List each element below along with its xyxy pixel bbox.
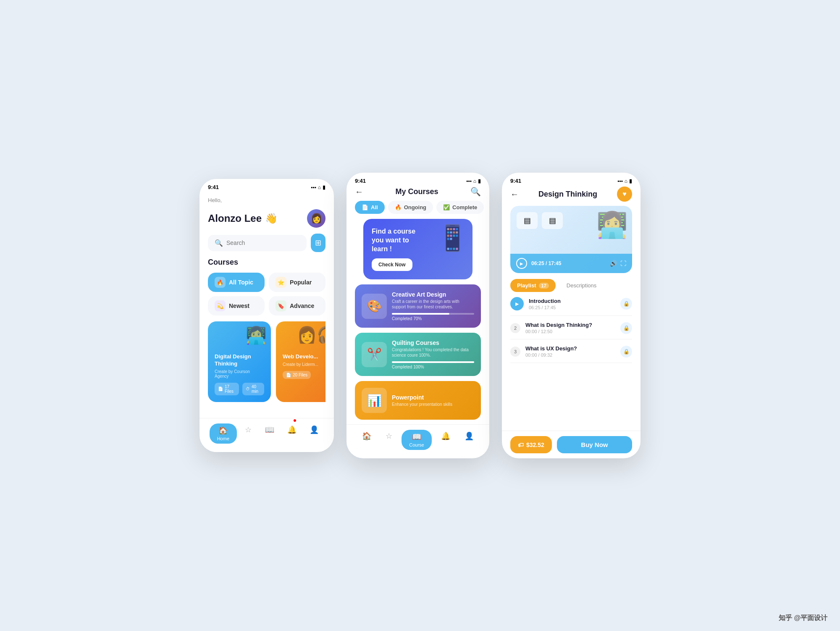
progress-label-1: Completed 70% [392, 316, 474, 321]
phone-course-detail: 9:41 ▪▪▪ ⌂ ▮ ← Design Thinking ♥ 👩‍💻 ▤ ▤… [502, 173, 640, 458]
buy-now-button[interactable]: Buy Now [557, 436, 632, 453]
course-card-1[interactable]: 👩‍💻 Digital Design Thinking Create by Co… [208, 321, 271, 402]
playlist-item-2-info: What is Design Thinking? 00:00 / 12:50 [525, 322, 615, 334]
greeting-text: Hello, [208, 197, 326, 203]
star-nav-icon: ☆ [245, 425, 252, 434]
nav2-notifications[interactable]: 🔔 [436, 430, 455, 450]
playlist-item-2-time: 00:00 / 12:50 [525, 329, 615, 334]
filter-button[interactable]: ⊞ [311, 234, 326, 252]
nav2-courses[interactable]: 📖 Course [402, 430, 431, 450]
progress-fill-2 [392, 361, 474, 363]
check-now-button[interactable]: Check Now [372, 258, 412, 271]
play-button[interactable]: ▶ [516, 258, 527, 269]
tab-complete[interactable]: ✅ Complete [436, 201, 484, 214]
fire-icon: 🔥 [215, 277, 226, 288]
course2-title: Web Develo... [283, 353, 326, 360]
playlist-item-3[interactable]: 3 What is UX Design? 00:00 / 09:32 🔒 [510, 340, 632, 363]
tab-ongoing[interactable]: 🔥 Ongoing [388, 201, 433, 214]
course2-thumb: ✂️ [362, 342, 387, 367]
nav2-favorites[interactable]: ☆ [381, 430, 397, 450]
nav-profile[interactable]: 👤 [304, 423, 324, 444]
status-bar-3: 9:41 ▪▪▪ ⌂ ▮ [502, 173, 640, 187]
course1-meta: 📄17 Files ⏱40 min [215, 383, 264, 395]
status-icons-2: ▪▪▪ ⌂ ▮ [466, 178, 481, 184]
course3-desc: Enhance your presentation skills [392, 402, 474, 407]
video-controls: ▶ 06:25 / 17:45 🔊 ⛶ [510, 254, 632, 273]
nav2-profile[interactable]: 👤 [459, 430, 479, 450]
tag-popular[interactable]: ⭐ Popular [269, 273, 326, 292]
course2-subtitle: Create by Liderm... [283, 362, 326, 367]
bell-icon-2: 🔔 [441, 431, 450, 441]
tab-all[interactable]: 📄 All [355, 201, 385, 214]
course3-thumb: 📊 [362, 388, 387, 413]
video-card-2: ▤ [542, 212, 563, 229]
course-item-1[interactable]: 🎨 Creative Art Design Craft a career in … [355, 284, 481, 328]
status-icons-3: ▪▪▪ ⌂ ▮ [617, 178, 632, 184]
notification-dot [294, 419, 296, 422]
tags-grid: 🔥 All Topic ⭐ Popular 💫 Newest 🔖 Advance [208, 273, 326, 316]
price-button: 🏷 $32.52 [510, 436, 552, 453]
tag-advance[interactable]: 🔖 Advance [269, 296, 326, 316]
course-list: 🎨 Creative Art Design Craft a career in … [346, 284, 489, 420]
bottom-nav-2: 🏠 ☆ 📖 Course 🔔 👤 [346, 424, 489, 458]
avatar[interactable]: 👩 [307, 209, 326, 228]
playlist-item-1-info: Introduction 06:25 / 17:45 [529, 298, 615, 310]
course-card-2[interactable]: 👩‍🎧 Web Develo... Create by Liderm... 📄2… [276, 321, 326, 402]
nav-courses[interactable]: 📖 [260, 423, 279, 444]
battery-icon-3: ▮ [629, 178, 632, 184]
volume-icon[interactable]: 🔊 [610, 260, 617, 267]
progress-fill-1 [392, 313, 449, 315]
detail-tabs: Playlist 17 Descriptions [502, 279, 640, 292]
search-box[interactable]: 🔍 [208, 235, 307, 251]
course1-info: Creative Art Design Craft a career in th… [392, 291, 474, 321]
tab-playlist[interactable]: Playlist 17 [510, 279, 556, 292]
sliders-icon: ⊞ [315, 238, 321, 247]
course-item-3[interactable]: 📊 Powerpoint Enhance your presentation s… [355, 381, 481, 420]
playlist-item-1[interactable]: ▶ Introduction 06:25 / 17:45 🔒 [510, 292, 632, 316]
phone-home: 9:41 ▪▪▪ ⌂ ▮ Hello, Alonzo Lee 👋 👩 [200, 179, 334, 452]
tag-newest[interactable]: 💫 Newest [208, 296, 265, 316]
my-courses-header: ← My Courses 🔍 [346, 187, 489, 201]
nav-favorites[interactable]: ☆ [240, 423, 257, 444]
filter-tabs: 📄 All 🔥 Ongoing ✅ Complete [346, 201, 489, 214]
search-icon: 🔍 [215, 239, 223, 247]
tag-all-topic[interactable]: 🔥 All Topic [208, 273, 265, 292]
star-nav-icon-2: ☆ [386, 431, 392, 441]
course1-title: Digital Design Thinking [215, 353, 264, 368]
nav2-home[interactable]: 🏠 [357, 430, 376, 450]
fullscreen-icon[interactable]: ⛶ [620, 260, 626, 267]
ongoing-icon: 🔥 [395, 204, 402, 210]
duration-badge-1: ⏱40 min [242, 383, 264, 395]
playlist-item-2[interactable]: 2 What is Design Thinking? 00:00 / 12:50… [510, 317, 632, 339]
back-button-3[interactable]: ← [510, 189, 519, 199]
course-item-2[interactable]: ✂️ Quilting Courses Congratulations ! Yo… [355, 333, 481, 376]
course3-info: Powerpoint Enhance your presentation ski… [392, 394, 474, 407]
files-badge-1: 📄17 Files [215, 383, 239, 395]
bottom-nav-1: 🏠 Home ☆ 📖 🔔 👤 [200, 418, 334, 452]
course1-desc: Craft a career in the design arts with s… [392, 299, 474, 310]
nav-home[interactable]: 🏠 Home [210, 423, 237, 444]
wifi-icon-2: ⌂ [473, 178, 476, 184]
promo-inner: 📱 Find a course you want to learn ! Chec… [363, 219, 472, 279]
complete-icon: ✅ [443, 204, 450, 210]
status-bar-1: 9:41 ▪▪▪ ⌂ ▮ [200, 179, 334, 193]
nav-home-label: Home [217, 436, 229, 441]
price-value: $32.52 [526, 442, 544, 448]
nav-notifications[interactable]: 🔔 [282, 423, 302, 444]
course-cards-preview: 👩‍💻 Digital Design Thinking Create by Co… [208, 321, 326, 402]
video-card-1: ▤ [517, 212, 538, 229]
course-detail-title: Design Thinking [538, 190, 597, 199]
course2-name: Quilting Courses [392, 339, 474, 346]
progress-bar-2 [392, 361, 474, 363]
search-button-2[interactable]: 🔍 [470, 187, 481, 197]
back-button-2[interactable]: ← [355, 187, 363, 197]
course1-name: Creative Art Design [392, 291, 474, 298]
video-time: 06:25 / 17:45 [531, 260, 606, 266]
person-icon-2: 👤 [465, 431, 474, 441]
battery-icon-2: ▮ [478, 178, 481, 184]
search-input[interactable] [226, 239, 300, 246]
tab-descriptions[interactable]: Descriptions [560, 279, 604, 292]
wifi-icon: ⌂ [318, 184, 321, 190]
video-control-icons: 🔊 ⛶ [610, 260, 626, 267]
favorite-button[interactable]: ♥ [617, 187, 632, 202]
